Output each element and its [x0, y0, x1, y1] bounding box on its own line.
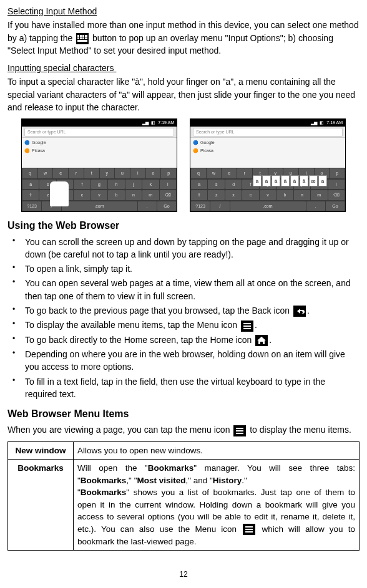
- section-title-special-chars: Inputting special characters: [7, 62, 360, 74]
- svg-rect-4: [85, 35, 87, 37]
- list-item: Depending on where you are in the web br…: [7, 348, 360, 374]
- svg-rect-8: [85, 37, 87, 39]
- cell-desc-new-window: Allows you to open new windows.: [74, 441, 360, 460]
- list-item: You can scroll the screen up and down by…: [7, 236, 360, 261]
- svg-rect-18: [236, 430, 243, 431]
- svg-rect-17: [236, 428, 243, 429]
- svg-rect-2: [80, 35, 82, 37]
- svg-rect-6: [80, 37, 82, 39]
- svg-rect-13: [243, 325, 251, 327]
- svg-rect-23: [245, 531, 253, 533]
- menu-items-table: New window Allows you to open new window…: [7, 441, 360, 551]
- cell-label-new-window: New window: [8, 441, 74, 460]
- home-icon: [255, 335, 268, 346]
- menu-icon: [233, 425, 246, 436]
- svg-rect-22: [245, 529, 253, 530]
- list-item: To display the available menu items, tap…: [7, 319, 360, 331]
- menu-icon: [243, 524, 255, 535]
- section1-paragraph: If you have installed more than one inpu…: [7, 19, 360, 57]
- hand-pointer-icon: [50, 181, 69, 206]
- keyboard-settings-icon: [76, 33, 89, 44]
- svg-rect-12: [243, 323, 251, 324]
- table-row: New window Allows you to open new window…: [8, 441, 360, 460]
- screenshot-accent-popup: ▂▅◧7:19 AM Search or type URL 🔵Google 🟠P…: [190, 118, 346, 212]
- section2-paragraph: To input a special character like "à", h…: [7, 75, 360, 113]
- svg-rect-5: [77, 37, 79, 39]
- cell-label-bookmarks: Bookmarks: [8, 460, 74, 551]
- svg-rect-19: [236, 433, 243, 434]
- accent-popup: àáâãäåæa: [253, 175, 327, 186]
- svg-rect-9: [77, 40, 87, 42]
- page-number: 12: [7, 569, 360, 580]
- svg-rect-3: [82, 35, 84, 37]
- svg-rect-1: [77, 35, 79, 37]
- list-item: To go back to the previous page that you…: [7, 304, 360, 317]
- svg-rect-7: [82, 37, 84, 39]
- back-icon: [293, 306, 306, 317]
- svg-rect-14: [243, 328, 251, 329]
- svg-rect-21: [245, 526, 253, 528]
- list-item: You can open several web pages at a time…: [7, 277, 360, 302]
- heading-using-web-browser: Using the Web Browser: [7, 218, 360, 233]
- screenshot-row: ▂▅◧7:19 AM Search or type URL 🔵Google 🟠P…: [7, 118, 360, 212]
- section-title-input-method: Selecting Input Method: [7, 5, 360, 17]
- table-row: Bookmarks Will open the "Bookmarks" mana…: [8, 460, 360, 551]
- browser-bullet-list: You can scroll the screen up and down by…: [7, 236, 360, 401]
- screenshot-keyboard-hold: ▂▅◧7:19 AM Search or type URL 🔵Google 🟠P…: [21, 118, 177, 212]
- heading-menu-items: Web Browser Menu Items: [7, 407, 360, 421]
- menu-icon: [241, 321, 253, 332]
- menu-intro-paragraph: When you are viewing a page, you can tap…: [7, 423, 360, 436]
- list-item: To open a link, simply tap it.: [7, 263, 360, 275]
- list-item: To go back directly to the Home screen, …: [7, 334, 360, 346]
- cell-desc-bookmarks: Will open the "Bookmarks" manager. You w…: [74, 460, 360, 551]
- list-item: To fill in a text field, tap in the fiel…: [7, 375, 360, 401]
